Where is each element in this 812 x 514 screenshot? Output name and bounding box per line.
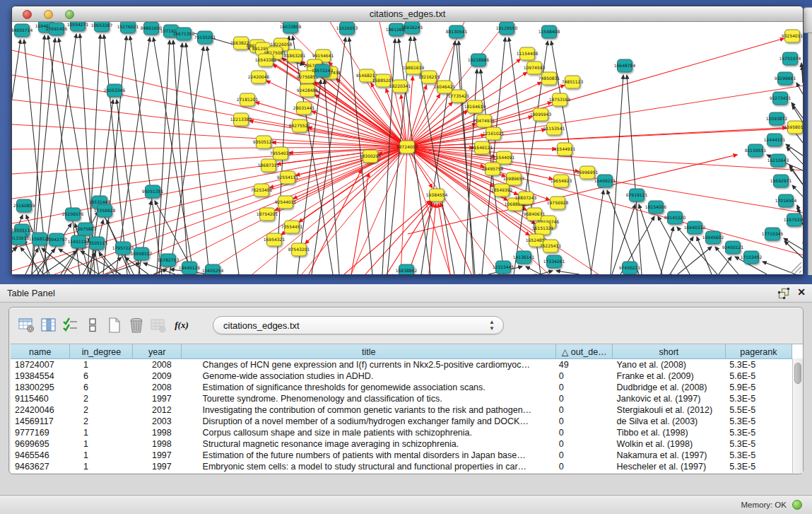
table-cell[interactable]: 1998 bbox=[133, 438, 182, 450]
memory-ok-indicator[interactable] bbox=[792, 500, 802, 510]
delete-table-icon[interactable] bbox=[127, 316, 146, 334]
table-cell[interactable]: 14569117 bbox=[11, 416, 70, 427]
close-panel-icon[interactable]: ✕ bbox=[797, 286, 806, 298]
table-cell[interactable]: Estimation of significance thresholds fo… bbox=[182, 382, 556, 393]
table-cell[interactable]: 2008 bbox=[133, 359, 182, 370]
table-cell[interactable]: Changes of HCN gene expression and I(f) … bbox=[182, 359, 556, 370]
table-row[interactable]: 969969511998Structural magnetic resonanc… bbox=[11, 438, 792, 450]
table-cell[interactable]: 0 bbox=[556, 416, 613, 427]
table-cell[interactable]: 1997 bbox=[133, 461, 182, 472]
column-header-name[interactable]: name bbox=[11, 345, 70, 359]
table-cell[interactable]: Estimation of the future numbers of pati… bbox=[182, 450, 556, 461]
table-cell[interactable]: Investigating the contribution of common… bbox=[182, 404, 556, 416]
table-cell[interactable]: Wolkin et al. (1998) bbox=[613, 438, 726, 450]
table-cell[interactable]: 9699695 bbox=[11, 438, 70, 450]
table-cell[interactable]: 22420046 bbox=[11, 404, 70, 416]
table-cell[interactable]: 18724007 bbox=[11, 359, 70, 370]
select-all-icon[interactable] bbox=[61, 316, 80, 334]
table-cell[interactable]: 1998 bbox=[133, 427, 182, 438]
table-cell[interactable]: 1 bbox=[70, 427, 133, 438]
table-cell[interactable]: 19384554 bbox=[11, 370, 70, 382]
window-titlebar[interactable]: citations_edges.txt bbox=[12, 6, 803, 22]
table-cell[interactable]: 6 bbox=[70, 370, 133, 382]
table-row[interactable]: 946362711997Embryonic stem cells: a mode… bbox=[11, 461, 792, 472]
table-cell[interactable]: 1 bbox=[70, 359, 133, 370]
window-resize-grip[interactable] bbox=[791, 262, 801, 273]
float-panel-icon[interactable] bbox=[778, 288, 789, 299]
table-cell[interactable]: Nakamura et al. (1997) bbox=[613, 450, 726, 461]
table-cell[interactable]: 2 bbox=[70, 404, 133, 416]
table-cell[interactable]: 5.3E-5 bbox=[725, 450, 792, 461]
column-header-year[interactable]: year bbox=[133, 345, 182, 359]
table-cell[interactable]: Jankovic et al. (1997) bbox=[613, 393, 726, 404]
table-cell[interactable]: 6 bbox=[70, 382, 133, 393]
citation-network-graph[interactable]: 1872400776638221886012318912954118226058… bbox=[12, 22, 803, 274]
table-cell[interactable]: 0 bbox=[556, 393, 613, 404]
network-canvas[interactable]: 1872400776638221886012318912954118226058… bbox=[12, 22, 803, 274]
table-cell[interactable]: 9463627 bbox=[11, 461, 70, 472]
unselect-all-icon[interactable] bbox=[83, 316, 102, 334]
column-header-pagerank[interactable]: pagerank bbox=[725, 345, 792, 359]
table-cell[interactable]: Stergiakouli et al. (2012) bbox=[613, 404, 726, 416]
table-cell[interactable]: 2008 bbox=[133, 382, 182, 393]
table-cell[interactable]: 2 bbox=[70, 393, 133, 404]
table-row[interactable]: 1830029562008Estimation of significance … bbox=[11, 382, 792, 393]
table-row[interactable]: 1872400712008Changes of HCN gene express… bbox=[11, 359, 792, 370]
table-cell[interactable]: 5.6E-5 bbox=[725, 370, 792, 382]
table-cell[interactable]: 18300295 bbox=[11, 382, 70, 393]
function-builder-icon[interactable]: f(x) bbox=[171, 316, 192, 334]
table-row[interactable]: 1938455462009Genome-wide association stu… bbox=[11, 370, 792, 382]
table-cell[interactable]: Structural magnetic resonance image aver… bbox=[182, 438, 556, 450]
table-cell[interactable]: 49 bbox=[556, 359, 613, 370]
table-row[interactable]: 977716911998Corpus callosum shape and si… bbox=[11, 427, 792, 438]
table-cell[interactable]: de Silva et al. (2003) bbox=[613, 416, 726, 427]
table-cell[interactable]: 0 bbox=[556, 382, 613, 393]
table-selector-dropdown[interactable]: citations_edges.txt ▲▼ bbox=[213, 316, 504, 334]
table-cell[interactable]: 5.3E-5 bbox=[725, 461, 792, 472]
graph-nodes[interactable]: 1872400776638221886012318912954118226058… bbox=[12, 22, 803, 274]
table-cell[interactable]: 0 bbox=[556, 404, 613, 416]
table-cell[interactable]: 9465546 bbox=[11, 450, 70, 461]
table-cell[interactable]: 5.5E-5 bbox=[725, 404, 792, 416]
table-cell[interactable]: 5.3E-5 bbox=[725, 416, 792, 427]
table-row[interactable]: 946554611997Estimation of the future num… bbox=[11, 450, 792, 461]
table-cell[interactable]: Embryonic stem cells: a model to study s… bbox=[182, 461, 556, 472]
table-cell[interactable]: 1 bbox=[70, 450, 133, 461]
table-cell[interactable]: Hescheler et al. (1997) bbox=[613, 461, 726, 472]
table-cell[interactable]: 2012 bbox=[133, 404, 182, 416]
table-cell[interactable]: Disruption of a novel member of a sodium… bbox=[182, 416, 556, 427]
table-scrollbar-thumb[interactable] bbox=[794, 363, 801, 384]
table-settings-icon[interactable] bbox=[18, 316, 36, 334]
table-cell[interactable]: 9115460 bbox=[11, 393, 70, 404]
show-columns-icon[interactable] bbox=[40, 316, 58, 334]
table-cell[interactable]: Yano et al. (2008) bbox=[613, 359, 726, 370]
table-cell[interactable]: 2003 bbox=[133, 416, 182, 427]
table-cell[interactable]: Dudbridge et al. (2008) bbox=[613, 382, 726, 393]
table-cell[interactable]: 9777169 bbox=[11, 427, 70, 438]
table-cell[interactable]: 5.3E-5 bbox=[725, 427, 792, 438]
table-cell[interactable]: 5.3E-5 bbox=[725, 438, 792, 450]
create-table-icon[interactable] bbox=[105, 316, 124, 334]
table-cell[interactable]: Tibbo et al. (1998) bbox=[613, 427, 726, 438]
table-row[interactable]: 1456911722003Disruption of a novel membe… bbox=[11, 416, 792, 427]
table-cell[interactable]: Tourette syndrome. Phenomenology and cla… bbox=[182, 393, 556, 404]
table-cell[interactable]: 0 bbox=[556, 370, 613, 382]
table-cell[interactable]: Franke et al. (2009) bbox=[613, 370, 726, 382]
table-cell[interactable]: 0 bbox=[556, 450, 613, 461]
table-cell[interactable]: 1 bbox=[70, 461, 133, 472]
table-scrollbar[interactable] bbox=[792, 358, 803, 473]
table-cell[interactable]: 5.3E-5 bbox=[725, 359, 792, 370]
table-cell[interactable]: 0 bbox=[556, 427, 613, 438]
table-cell[interactable]: 2 bbox=[70, 416, 133, 427]
table-cell[interactable]: Corpus callosum shape and size in male p… bbox=[182, 427, 556, 438]
column-header-in_degree[interactable]: in_degree bbox=[70, 345, 133, 359]
table-cell[interactable]: 5.3E-5 bbox=[725, 393, 792, 404]
table-row[interactable]: 2242004622012Investigating the contribut… bbox=[11, 404, 792, 416]
column-header-out_de[interactable]: △ out_de… bbox=[556, 345, 613, 359]
table-cell[interactable]: 1997 bbox=[133, 393, 182, 404]
table-cell[interactable]: 2009 bbox=[133, 370, 182, 382]
column-header-short[interactable]: short bbox=[613, 345, 726, 359]
table-cell[interactable]: 1 bbox=[70, 438, 133, 450]
table-cell[interactable]: 1997 bbox=[133, 450, 182, 461]
table-cell[interactable]: 0 bbox=[556, 461, 613, 472]
